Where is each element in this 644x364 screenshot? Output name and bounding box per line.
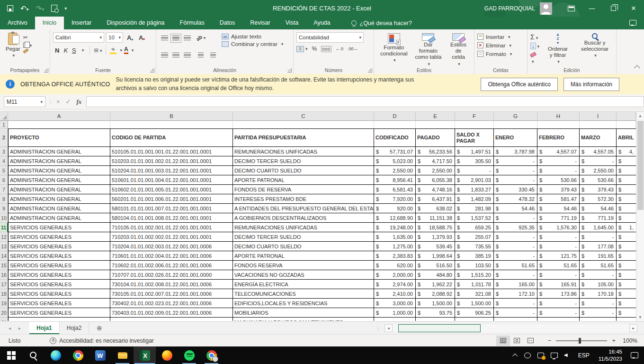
ribbon-tab[interactable]: Insertar: [64, 17, 99, 29]
cell-codificado[interactable]: $2,550.00: [374, 166, 416, 175]
splitter-handle[interactable]: ⋮: [376, 326, 381, 331]
cell-partida[interactable]: FONDOS RESERVA: [233, 261, 374, 270]
scroll-up-icon[interactable]: ▲: [636, 112, 644, 120]
cell-saldo[interactable]: $1,482.09: [455, 194, 494, 204]
cell-codigo[interactable]: 510601.01.01.001.004.01.22.001.001.0001: [110, 175, 233, 185]
zoom-in-button[interactable]: +: [612, 337, 616, 344]
cell-proyecto[interactable]: SERVICIOS GENERALES: [8, 270, 110, 280]
cell-partida[interactable]: DECIMO TERCER SUELDO: [233, 156, 374, 166]
conditional-formatting-button[interactable]: Formato condicional▾: [377, 31, 411, 66]
increase-indent-button[interactable]: [207, 51, 219, 60]
ribbon-tab[interactable]: Ayuda: [306, 17, 338, 29]
scroll-down-icon[interactable]: ▼: [636, 313, 644, 321]
row-header[interactable]: 10: [0, 213, 8, 223]
row-header[interactable]: 4: [0, 156, 8, 166]
cell-febrero[interactable]: $-: [537, 299, 580, 308]
cell-enero[interactable]: $165.00: [494, 280, 537, 289]
align-bottom-button[interactable]: [182, 33, 192, 43]
cell-codigo[interactable]: 710707.01.01.002.026.01.22.001.001.0000: [110, 270, 233, 280]
cell-febrero[interactable]: $4,557.07: [537, 147, 580, 156]
cell-abril[interactable]: $: [617, 204, 636, 213]
shrink-font-button[interactable]: A▾: [137, 34, 147, 42]
cell-abril[interactable]: $: [617, 280, 636, 289]
new-sheet-button[interactable]: ⊕: [89, 322, 110, 334]
cell-pagado[interactable]: $1,998.64: [416, 251, 455, 261]
cell-saldo[interactable]: $-: [455, 166, 494, 175]
cell-codificado[interactable]: $3,000.00: [374, 299, 416, 308]
cell-pagado[interactable]: $6,055.38: [416, 175, 455, 185]
comma-style-button[interactable]: 000: [321, 46, 331, 52]
cell-saldo[interactable]: $1,011.78: [455, 280, 494, 289]
undo-icon[interactable]: ↶▾: [20, 4, 29, 13]
taskbar-app[interactable]: [67, 346, 89, 364]
name-box[interactable]: M11▾: [4, 96, 45, 107]
taskbar-app[interactable]: [45, 346, 67, 364]
taskbar-app[interactable]: [134, 346, 156, 364]
cell-codigo[interactable]: 580104.01.01.001.008.01.22.001.001.0001: [110, 213, 233, 223]
cell-partida[interactable]: A ENTIDADES DEL PRESUPUESTO GENERAL DEL …: [233, 204, 374, 213]
prev-sheet-icon[interactable]: ◂: [9, 326, 11, 331]
cell-marzo[interactable]: $1,645.00: [580, 223, 617, 232]
restore-button[interactable]: [602, 0, 623, 17]
cell-marzo[interactable]: $51.65: [580, 261, 617, 270]
cell-saldo[interactable]: $321.08: [455, 289, 494, 299]
sheet-tab[interactable]: Hoja1: [29, 322, 60, 334]
sort-filter-button[interactable]: AZ▼ Ordenar y filtrar▾: [543, 31, 572, 64]
cell-marzo[interactable]: $771.19: [580, 213, 617, 223]
column-header[interactable]: E: [416, 112, 455, 121]
cell-marzo[interactable]: $-: [580, 270, 617, 280]
header-proyecto[interactable]: PROYECTO: [8, 128, 110, 147]
cell-codificado[interactable]: $1,635.00: [374, 232, 416, 242]
customize-qat-icon[interactable]: ▾: [64, 6, 67, 11]
column-header[interactable]: B: [110, 112, 233, 121]
cell-codigo[interactable]: 710601.01.01.002.004.01.22.001.001.0006: [110, 251, 233, 261]
row-header[interactable]: 7: [0, 185, 8, 194]
cell-abril[interactable]: $: [617, 213, 636, 223]
cell-enero[interactable]: $-: [494, 308, 537, 318]
language-indicator[interactable]: ESP: [574, 352, 594, 359]
taskbar-app[interactable]: [0, 346, 22, 364]
header-marzo[interactable]: MARZO: [580, 128, 617, 147]
accessibility-status[interactable]: Accesibilidad: es necesario investigar: [50, 337, 153, 344]
horizontal-scroll-thumb[interactable]: [398, 324, 481, 332]
cell-febrero[interactable]: $530.66: [537, 175, 580, 185]
cell-febrero[interactable]: $-: [537, 156, 580, 166]
cell-saldo[interactable]: $1,515.20: [455, 270, 494, 280]
cell-enero[interactable]: $-: [494, 251, 537, 261]
cell-pagado[interactable]: $6,437.91: [416, 194, 455, 204]
ribbon-tab[interactable]: Vista: [278, 17, 306, 29]
taskbar-app[interactable]: [111, 346, 134, 364]
cell-pagado[interactable]: $638.02: [416, 204, 455, 213]
cell-marzo[interactable]: $2,550.00: [580, 166, 617, 175]
cell-enero[interactable]: $3,787.98: [494, 147, 537, 156]
cell-marzo[interactable]: $530.66: [580, 175, 617, 185]
font-name-select[interactable]: Calibri▾: [53, 32, 104, 43]
cell-febrero[interactable]: $771.19: [537, 213, 580, 223]
header-pagado[interactable]: PAGADO: [416, 128, 455, 147]
horizontal-scrollbar[interactable]: ⋮ ◂ ▸: [376, 324, 644, 333]
cell-febrero[interactable]: $581.47: [537, 194, 580, 204]
grow-font-button[interactable]: A▴: [125, 34, 135, 42]
ribbon-display-options-button[interactable]: [561, 0, 581, 17]
cell-partida[interactable]: APORTE PATRONAL: [233, 175, 374, 185]
cell-codigo[interactable]: 560201.01.01.001.006.01.22.001.001.0001: [110, 194, 233, 204]
taskbar-app[interactable]: [156, 346, 178, 364]
format-as-table-button[interactable]: Dar formato como tabla▾: [411, 31, 446, 66]
cell-abril[interactable]: $: [617, 308, 636, 318]
cell-abril[interactable]: $: [617, 251, 636, 261]
autosum-button[interactable]: Σ▾: [530, 34, 539, 41]
cell-codificado[interactable]: $8,956.41: [374, 175, 416, 185]
row-header[interactable]: 6: [0, 175, 8, 185]
cell-partida[interactable]: EDIFICIOS,LOCALES Y RESIDENCIAS: [233, 299, 374, 308]
cell-proyecto[interactable]: SERVICIOS GENERALES: [8, 223, 110, 232]
cell-enero[interactable]: $-: [494, 156, 537, 166]
cell-febrero[interactable]: $1,576.30: [537, 223, 580, 232]
accounting-format-button[interactable]: $: [296, 46, 304, 52]
cell-enero[interactable]: $-: [494, 299, 537, 308]
header-abril[interactable]: ABRIL: [617, 128, 636, 147]
cell-codigo[interactable]: 710204.01.01.002.003.01.22.001.001.0006: [110, 242, 233, 251]
align-center-button[interactable]: [170, 51, 181, 60]
ribbon-tab[interactable]: Datos: [212, 17, 243, 29]
cell-saldo[interactable]: $1,833.27: [455, 185, 494, 194]
cell-saldo[interactable]: $281.98: [455, 204, 494, 213]
